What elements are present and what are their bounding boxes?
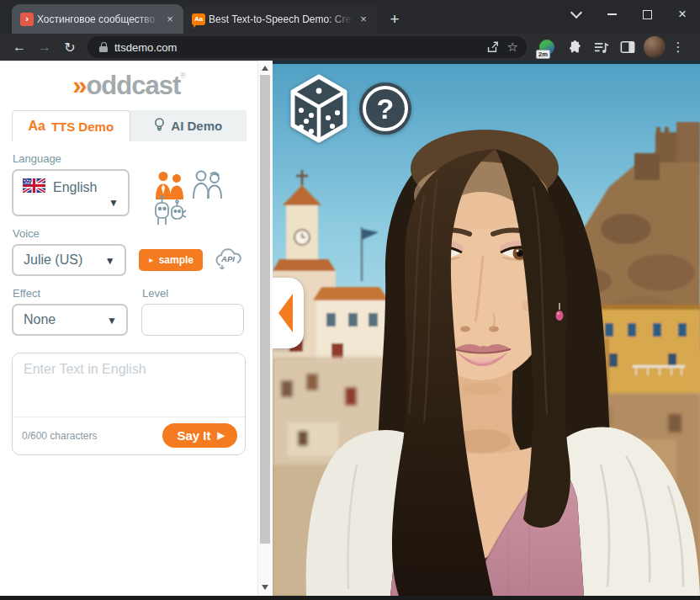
effect-label: Effect <box>13 287 128 300</box>
speech-textarea[interactable] <box>13 353 245 417</box>
playlist-extension-icon[interactable] <box>589 35 612 59</box>
close-button[interactable]: × <box>665 2 700 27</box>
side-panel-icon[interactable] <box>616 35 639 59</box>
collapse-panel-tab[interactable] <box>273 278 304 348</box>
random-character-dice-button[interactable] <box>289 74 348 148</box>
chevron-down-icon <box>570 7 582 19</box>
panel-scrollbar[interactable] <box>257 61 273 596</box>
minimize-icon <box>607 13 617 15</box>
level-label: Level <box>142 287 246 300</box>
effect-dropdown[interactable]: None ▼ <box>12 304 128 336</box>
maximize-icon <box>643 10 652 19</box>
address-bar[interactable]: ttsdemo.com ☆ <box>88 36 527 58</box>
avatar-image <box>644 36 666 58</box>
tts-controls: Language <box>0 152 257 455</box>
tab-close-icon[interactable]: × <box>163 13 177 26</box>
toolbar-extensions: 2m ⋮ <box>535 35 687 59</box>
browser-toolbar: ← → ↻ ttsdemo.com ☆ 2m <box>0 34 700 61</box>
say-it-label: Say It <box>178 428 211 443</box>
tts-aa-icon: Aa <box>28 119 45 134</box>
question-mark-icon: ? <box>377 93 395 125</box>
extension-badge: 2m <box>536 50 550 59</box>
api-cloud-icon[interactable]: API <box>212 245 246 275</box>
scroll-down-icon[interactable] <box>262 585 268 590</box>
language-dropdown[interactable]: English ▼ <box>12 169 130 216</box>
bookmark-star-icon[interactable]: ☆ <box>507 40 518 55</box>
reload-button[interactable]: ↻ <box>57 35 82 59</box>
dropdown-arrow-icon: ▼ <box>109 197 119 209</box>
tab-search-icon[interactable] <box>559 2 594 27</box>
extensions-puzzle-icon[interactable] <box>562 35 586 59</box>
tab-hosting[interactable]: › Хостинговое сообщество «Time × <box>12 4 183 34</box>
profile-avatar[interactable] <box>643 35 666 59</box>
minimize-button[interactable] <box>594 2 629 27</box>
maximize-button[interactable] <box>629 2 665 27</box>
voice-dropdown[interactable]: Julie (US) ▼ <box>12 244 126 276</box>
tab-tts[interactable]: Aa TTS Demo <box>12 110 130 141</box>
tab-strip: › Хостинговое сообщество «Time × Aa Best… <box>0 0 700 34</box>
character-type-icons <box>143 169 244 216</box>
tab-ai-label: AI Demo <box>171 119 222 133</box>
tab-ai[interactable]: AI Demo <box>130 110 247 141</box>
play-icon: ▶ <box>218 430 225 441</box>
dropdown-arrow-icon: ▼ <box>105 255 115 267</box>
oddcast-logo: »oddcast® <box>0 72 257 98</box>
vpn-extension-icon[interactable]: 2m <box>535 35 559 59</box>
arrow-left-icon <box>278 294 293 332</box>
help-button[interactable]: ? <box>357 80 414 141</box>
robot-characters-outline-icon[interactable] <box>153 194 188 230</box>
tab-close-icon[interactable]: × <box>357 13 370 26</box>
bulb-icon <box>154 117 165 135</box>
logo-word: oddcast <box>86 71 180 100</box>
say-it-button[interactable]: Say It ▶ <box>162 423 238 448</box>
sample-label: sample <box>159 254 194 266</box>
forward-button[interactable]: → <box>32 35 57 59</box>
play-icon: ► <box>148 257 155 264</box>
logo-registered: ® <box>180 72 185 80</box>
share-icon[interactable] <box>485 40 499 54</box>
sample-button[interactable]: ► sample <box>139 249 203 271</box>
language-label: Language <box>13 152 246 165</box>
tab-tts-label: TTS Demo <box>51 119 114 134</box>
lock-icon[interactable] <box>99 42 108 52</box>
human-characters-outline-icon[interactable] <box>190 169 224 203</box>
window-bottom-edge <box>0 596 700 600</box>
menu-kebab-icon[interactable]: ⋮ <box>670 40 687 55</box>
back-button[interactable]: ← <box>7 35 32 59</box>
window-controls: × <box>559 0 700 29</box>
demo-tabs: Aa TTS Demo AI Demo <box>12 110 247 141</box>
tab-title: Хостинговое сообщество «Time <box>37 13 160 25</box>
url-text[interactable]: ttsdemo.com <box>114 41 477 54</box>
page-content: »oddcast® Aa TTS Demo AI Demo Language <box>0 61 700 596</box>
tts-panel: »oddcast® Aa TTS Demo AI Demo Language <box>0 61 257 596</box>
avatar-stage: ? <box>273 61 700 596</box>
tab-tts-demo[interactable]: Aa Best Text-to-Speech Demo: Creat × <box>183 4 377 34</box>
uk-flag-icon <box>23 178 45 196</box>
api-label: API <box>220 254 235 263</box>
language-value: English <box>53 180 97 195</box>
speech-text-box: 0/600 characters Say It ▶ <box>12 353 246 455</box>
scrollbar-thumb[interactable] <box>260 75 270 544</box>
character-counter: 0/600 characters <box>22 430 97 442</box>
timeweb-favicon-icon: › <box>20 13 34 26</box>
new-tab-button[interactable]: + <box>384 8 406 30</box>
level-input[interactable] <box>141 304 244 336</box>
tab-title: Best Text-to-Speech Demo: Creat <box>209 13 353 25</box>
dropdown-arrow-icon: ▼ <box>107 315 117 327</box>
voice-label: Voice <box>13 227 246 240</box>
oddcast-favicon-icon: Aa <box>192 13 205 25</box>
scroll-up-icon[interactable] <box>262 66 268 71</box>
browser-window: › Хостинговое сообщество «Time × Aa Best… <box>0 0 700 600</box>
logo-mark: » <box>72 71 86 100</box>
